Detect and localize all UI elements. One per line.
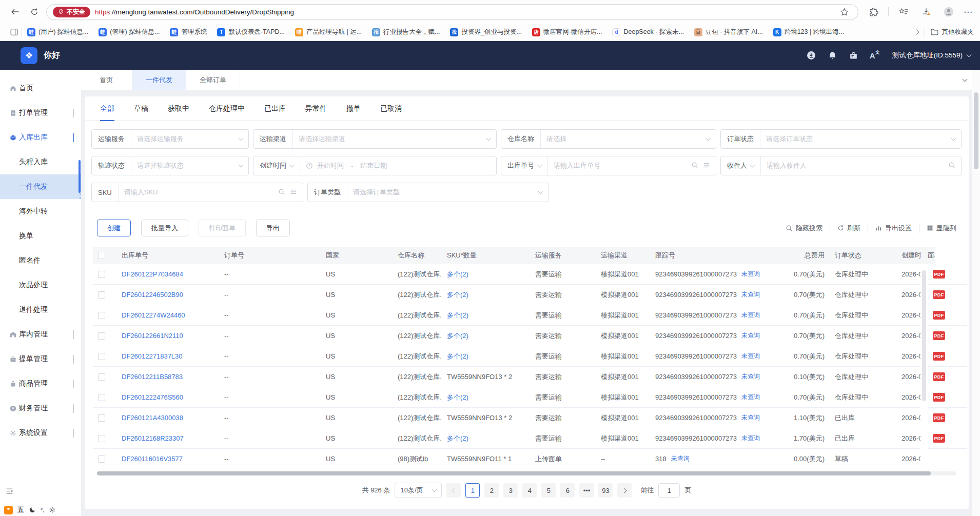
page-scrollbar[interactable] [972, 70, 980, 516]
profile-avatar[interactable] [941, 4, 956, 19]
status-tab[interactable]: 已出库 [264, 96, 286, 121]
page-number-button[interactable]: 4 [522, 483, 537, 498]
outbound-no-link[interactable]: DF260122661N2110 [116, 326, 219, 346]
tabbar-collapse-chevron-icon[interactable] [963, 76, 968, 82]
page-tab[interactable]: 全部订单 [186, 70, 240, 90]
tracking-query-link[interactable]: 未查询 [741, 413, 760, 422]
tracking-query-link[interactable]: 未查询 [741, 393, 760, 402]
bookmark-item[interactable]: 蛙管理系统 [165, 26, 212, 38]
other-favorites-folder[interactable]: 其他收藏夹 [930, 25, 974, 40]
toolbar-button[interactable]: 批量导入 [141, 220, 188, 236]
page-number-button[interactable]: 5 [541, 483, 556, 498]
row-checkbox[interactable] [98, 394, 105, 401]
outbound-no-link[interactable]: DF26012274W24460 [116, 305, 219, 326]
bookmark-item[interactable]: 喵产品经理导航 | 运... [290, 26, 367, 38]
pdf-badge[interactable]: PDF [933, 372, 945, 381]
bookmarks-overflow-chevron-icon[interactable] [914, 30, 919, 35]
tracking-query-link[interactable]: 未查询 [741, 352, 760, 361]
browser-menu-icon[interactable]: ⋯ [964, 7, 973, 17]
extensions-icon[interactable] [866, 4, 881, 19]
workorder-case-icon[interactable] [849, 51, 858, 61]
sidebar-item[interactable]: 一件代发 [0, 174, 81, 199]
row-checkbox[interactable] [98, 291, 105, 299]
page-size-select[interactable]: 10条/页 [395, 483, 442, 498]
outbound-no-link[interactable]: DF26012271837L30 [116, 346, 219, 367]
search-icon[interactable] [278, 188, 285, 197]
page-number-button[interactable]: 93 [598, 483, 613, 498]
ime-mode-label[interactable]: 五 [17, 505, 24, 514]
bell-icon[interactable] [828, 51, 837, 61]
sidebar-item[interactable]: 匿名件 [0, 248, 81, 273]
tracking-query-link[interactable]: 未查询 [741, 290, 760, 299]
bookmark-item[interactable]: 店微店官网-微信开店... [527, 26, 607, 38]
bookmark-item[interactable]: 豆豆包 - 抖音旗下 AI... [689, 26, 768, 38]
row-checkbox[interactable] [98, 312, 105, 319]
page-scrollbar-thumb[interactable] [974, 92, 978, 169]
page-number-button[interactable]: 2 [484, 483, 499, 498]
bookmark-item[interactable]: 投投资界_创业与投资... [445, 26, 526, 38]
table-tool[interactable]: 刷新 [830, 224, 868, 233]
sku-qty-cell[interactable]: 多个(2) [442, 346, 530, 367]
pdf-badge[interactable]: PDF [933, 331, 945, 340]
row-checkbox[interactable] [98, 271, 105, 278]
sidebar-item[interactable]: 头程入库 [0, 150, 81, 174]
outbound-no-link[interactable]: DF260122P7034684 [116, 264, 219, 285]
pdf-badge[interactable]: PDF [933, 434, 945, 443]
sidebar-item[interactable]: ¥财务管理 [0, 396, 81, 421]
sidebar-item[interactable]: 入库出库 [0, 125, 81, 150]
status-tab[interactable]: 撤单 [346, 96, 361, 121]
page-number-button[interactable]: 1 [465, 483, 480, 498]
bookmark-item[interactable]: 报行业报告大全，赋... [367, 26, 445, 38]
download-circle-icon[interactable] [806, 50, 816, 61]
status-tab[interactable]: 异常件 [305, 96, 327, 121]
filter-input[interactable]: 收件人请输入收件人 [720, 156, 962, 175]
sku-qty-cell[interactable]: 多个(2) [442, 387, 530, 408]
toolbar-button[interactable]: 导出 [256, 220, 290, 236]
sku-qty-cell[interactable]: 多个(2) [442, 285, 530, 305]
table-vertical-scrollbar-thumb[interactable] [922, 270, 926, 401]
ime-moon-icon[interactable] [29, 506, 36, 513]
list-icon[interactable] [290, 188, 297, 197]
bookmark-item[interactable]: 蛙(管理) 探蛙信息... [93, 26, 165, 38]
tracking-query-link[interactable]: 未查询 [741, 372, 760, 381]
ime-settings-gear-icon[interactable] [49, 506, 56, 513]
sidebar-item[interactable]: 商品管理 [0, 371, 81, 396]
table-tool[interactable]: 导出设置 [868, 224, 919, 233]
sidebar-item[interactable]: 打单管理 [0, 101, 81, 125]
tracking-query-link[interactable]: 未查询 [741, 270, 760, 279]
next-page-button[interactable] [617, 483, 632, 498]
security-badge[interactable]: 不安全 [53, 7, 90, 17]
status-tab[interactable]: 草稿 [134, 96, 148, 121]
app-logo[interactable]: ❖ [21, 47, 37, 64]
sidebar-item[interactable]: 退件处理 [0, 297, 81, 322]
table-tool[interactable]: 隐藏搜索 [778, 224, 830, 233]
outbound-no-link[interactable]: DF260121A4300038 [116, 408, 219, 428]
filter-input[interactable]: SKU请输入SKU [91, 183, 303, 202]
pdf-badge[interactable]: PDF [933, 311, 945, 320]
page-tab[interactable]: 首页 [81, 70, 132, 90]
sidebar-item[interactable]: 海外中转 [0, 199, 81, 224]
outbound-no-link[interactable]: DF260116016V3577 [116, 449, 219, 469]
goto-page-input[interactable] [658, 483, 680, 498]
list-icon[interactable] [703, 162, 710, 170]
status-tab[interactable]: 已取消 [380, 96, 402, 121]
create-button[interactable]: 创建 [97, 220, 131, 236]
sku-qty-cell[interactable]: 多个(2) [442, 264, 530, 285]
tracking-query-link[interactable]: 未查询 [741, 434, 760, 443]
filter-input[interactable]: 出库单号请输入出库单号 [501, 156, 716, 175]
sku-qty-cell[interactable]: 多个(2) [442, 326, 530, 346]
page-number-button[interactable]: 6 [560, 483, 575, 498]
row-checkbox[interactable] [98, 435, 105, 442]
table-horizontal-scrollbar[interactable] [97, 471, 956, 475]
sidebar-scrollbar-thumb[interactable] [79, 160, 81, 193]
outbound-no-link[interactable]: DF2601222476S560 [116, 387, 219, 408]
pdf-badge[interactable]: PDF [933, 393, 945, 402]
bookmark-item[interactable]: T默认仪表盘-TAPD... [212, 26, 290, 38]
outbound-no-link[interactable]: DF26012211B58783 [116, 367, 219, 387]
sidebar-panel-icon[interactable] [6, 25, 22, 40]
sidebar-item[interactable]: 换单 [0, 224, 81, 248]
tracking-query-link[interactable]: 未查询 [741, 331, 760, 340]
select-all-checkbox[interactable] [98, 252, 105, 259]
page-ellipsis[interactable]: ••• [579, 483, 594, 498]
table-tool[interactable]: 显隐列 [919, 224, 956, 233]
